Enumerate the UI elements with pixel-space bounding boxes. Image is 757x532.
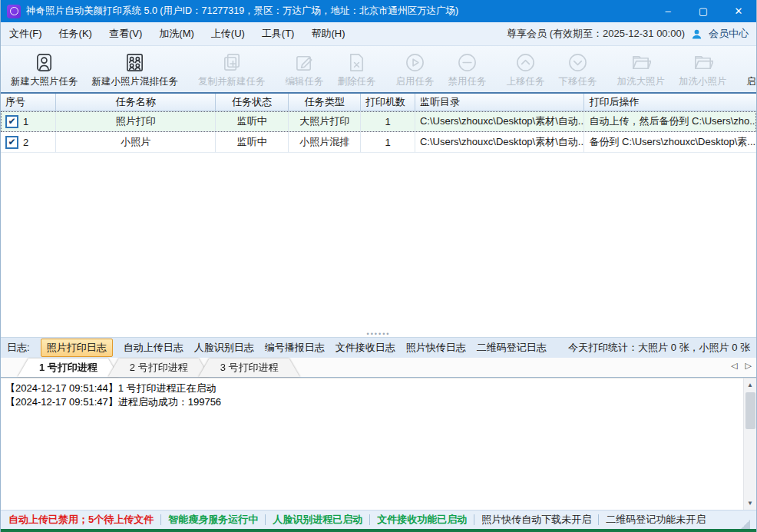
window-controls: – ▢ ✕ [650,0,756,22]
log-tab-photo-express[interactable]: 照片快传日志 [406,341,466,355]
move-down-task-button: 下移任务 [552,46,604,92]
toolbar-button-label: 新建小照片混排任务 [92,75,179,88]
maximize-button[interactable]: ▢ [686,0,721,22]
edit-task-icon [294,52,315,73]
status-face-recognition: 人脸识别进程已启动 [266,513,369,527]
reprint-large-photo-icon [630,52,651,73]
log-tab-auto-upload[interactable]: 自动上传日志 [124,341,183,355]
process-tab-3[interactable]: 3 号打印进程 [199,359,300,377]
status-slimming-service: 智能瘦身服务运行中 [161,513,265,527]
log-tab-file-receive[interactable]: 文件接收日志 [336,341,395,355]
menu-view[interactable]: 查看(V) [101,22,150,45]
log-line: 【2024-12-17 09:51:44】1 号打印进程正在启动 [5,382,752,395]
toolbar-button-label: 下移任务 [559,75,597,88]
toolbar-button-label: 加洗小照片 [679,75,727,88]
process-tab-2[interactable]: 2 号打印进程 [108,359,210,377]
tab-scroll-right-icon[interactable]: ▷ [745,361,752,371]
log-line: 【2024-12-17 09:51:47】进程启动成功：199756 [5,395,752,409]
process-tab-strip: 1 号打印进程 2 号打印进程 3 号打印进程 ◁ ▷ [1,358,756,378]
title-bar: 神奇照片自动美颜打印系统 5.0 (用户ID：71277319，景区：万达广场，… [1,0,756,22]
resize-grip[interactable] [741,520,750,529]
toolbar-button-label: 禁用任务 [448,75,487,88]
splitter-handle[interactable]: •••••• [1,330,756,338]
member-center-link[interactable]: 会员中心 [709,27,749,41]
row-checkbox[interactable]: ✔ [5,136,18,149]
app-logo-icon [7,5,21,18]
member-person-icon [691,28,702,40]
task-table-header: 序号 任务名称 任务状态 任务类型 打印机数 监听目录 打印后操作 [1,94,756,111]
close-button[interactable]: ✕ [721,0,756,22]
task-type: 小照片混排 [289,132,361,153]
menu-upload[interactable]: 上传(U) [203,22,253,45]
log-view: 【2024-12-17 09:51:44】1 号打印进程正在启动 【2024-1… [1,378,756,510]
reprint-large-photo-button: 加洗大照片 [610,46,673,92]
table-row[interactable]: ✔ 1 照片打印 监听中 大照片打印 1 C:\Users\zhouxc\Des… [1,111,756,132]
log-label: 日志: [7,341,30,355]
toolbar-button-label: 启用自动上传 [747,75,757,88]
task-status: 监听中 [216,111,289,132]
row-index: 2 [23,137,28,148]
column-header-name[interactable]: 任务名称 [56,94,217,111]
log-tab-photo-print[interactable]: 照片打印日志 [41,339,113,357]
bottom-edge-strip [1,529,756,532]
status-auto-upload: 自动上传已禁用；5个待上传文件 [7,513,160,527]
toolbar-button-label: 复制并新建任务 [198,75,266,88]
toolbar-button-label: 新建大照片任务 [11,75,78,88]
process-tab-1[interactable]: 1 号打印进程 [18,359,119,377]
printer-count: 1 [361,111,415,132]
row-index: 1 [23,116,28,127]
window-title: 神奇照片自动美颜打印系统 5.0 (用户ID：71277319，景区：万达广场，… [26,5,458,18]
toolbar-button-label: 上移任务 [507,75,545,88]
enable-task-icon [405,52,425,73]
task-type: 大照片打印 [289,111,361,132]
column-header-post-action[interactable]: 打印后操作 [584,94,756,111]
move-down-task-icon [567,52,588,73]
post-print-action: 自动上传，然后备份到 C:\Users\zho... [584,111,756,132]
column-header-watch-dir[interactable]: 监听目录 [415,94,585,111]
log-tab-number-broadcast[interactable]: 编号播报日志 [265,341,325,355]
task-name: 照片打印 [56,111,217,132]
toolbar-button-label: 编辑任务 [286,75,324,88]
new-small-photo-mix-task-button[interactable]: 新建小照片混排任务 [85,46,186,92]
column-header-printers[interactable]: 打印机数 [361,94,415,111]
move-up-task-button: 上移任务 [500,46,552,92]
status-file-receive: 文件接收功能已启动 [370,513,474,527]
disable-task-icon [457,52,478,73]
task-table: 序号 任务名称 任务状态 任务类型 打印机数 监听目录 打印后操作 ✔ 1 照片… [1,94,756,330]
row-checkbox[interactable]: ✔ [5,115,18,128]
log-scrollbar[interactable]: ▲ ▼ [743,378,756,510]
reprint-small-photo-icon [693,52,713,73]
task-name: 小照片 [56,132,217,153]
new-small-photo-mix-task-icon [124,52,145,73]
status-photo-express: 照片快传自动下载未开启 [474,513,598,527]
menu-help[interactable]: 帮助(H) [302,22,353,45]
scrollbar-thumb[interactable] [745,392,755,429]
new-large-photo-task-button[interactable]: 新建大照片任务 [4,46,85,92]
status-bar: 自动上传已禁用；5个待上传文件 智能瘦身服务运行中 人脸识别进程已启动 文件接收… [1,510,756,529]
menu-tools[interactable]: 工具(T) [253,22,303,45]
tab-scroll-left-icon[interactable]: ◁ [731,361,737,371]
scroll-down-icon[interactable]: ▼ [744,497,757,510]
edit-task-button: 编辑任务 [279,46,331,92]
minimize-button[interactable]: – [650,0,686,22]
enable-task-button: 启用任务 [389,46,441,92]
table-row[interactable]: ✔ 2 小照片 监听中 小照片混排 1 C:\Users\zhouxc\Desk… [1,132,756,153]
watch-directory: C:\Users\zhouxc\Desktop\素材\自动... [415,111,585,132]
column-header-index[interactable]: 序号 [1,94,56,111]
log-tab-qrcode-register[interactable]: 二维码登记日志 [477,341,547,355]
delete-task-button: 删除任务 [331,46,383,92]
column-header-status[interactable]: 任务状态 [216,94,289,111]
copy-create-task-button: 复制并新建任务 [191,46,273,92]
menu-reprint[interactable]: 加洗(M) [150,22,203,45]
toolbar-button-label: 加洗大照片 [617,75,666,88]
enable-auto-upload-button[interactable]: 启用自动上传 [740,46,757,92]
log-tab-face-recognition[interactable]: 人脸识别日志 [194,341,254,355]
disable-task-button: 禁用任务 [441,46,494,92]
menu-file[interactable]: 文件(F) [1,22,51,45]
scroll-up-icon[interactable]: ▲ [744,378,757,392]
column-header-type[interactable]: 任务类型 [289,94,361,111]
toolbar-button-label: 删除任务 [338,75,376,88]
move-up-task-icon [515,52,536,73]
menu-task[interactable]: 任务(K) [51,22,101,45]
log-tab-bar: 日志: 照片打印日志 自动上传日志 人脸识别日志 编号播报日志 文件接收日志 照… [1,338,756,358]
